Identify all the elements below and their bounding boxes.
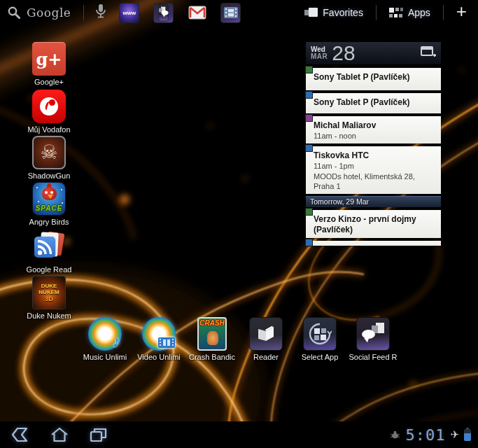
app-label: Crash Bandic xyxy=(185,353,239,361)
back-icon xyxy=(10,426,31,444)
apps-label: Apps xyxy=(408,7,430,18)
app-reader[interactable]: Reader xyxy=(239,317,293,361)
app-music-unlimited[interactable]: ♪ Music Unlimi xyxy=(78,317,132,361)
event-time: 11am - 1pm xyxy=(314,161,437,171)
google-search-widget[interactable]: Google xyxy=(0,6,78,20)
event-color-marker xyxy=(305,144,313,152)
social-feed-shortcut[interactable] xyxy=(153,3,174,23)
search-icon xyxy=(7,6,21,20)
divider xyxy=(443,5,444,20)
calendar-month: MAR xyxy=(311,53,328,61)
favorites-button[interactable]: Favorites xyxy=(297,7,370,18)
system-bar: 5:01 ✈ xyxy=(0,421,478,448)
apps-button[interactable]: Apps xyxy=(382,7,437,18)
select-app-icon xyxy=(303,317,337,351)
app-social-feed-reader[interactable]: Social Feed R xyxy=(346,317,400,361)
duke-nukem-icon: DUKE NUKEM 3D xyxy=(32,276,66,309)
event-title: Sony Tablet P (Pavlíček) xyxy=(314,97,437,108)
app-label: Duke Nukem xyxy=(22,312,76,320)
rss-icon xyxy=(32,230,66,263)
calendar-event[interactable]: Tiskovka HTC 11am - 1pm MOODs hotel, Kli… xyxy=(306,146,441,194)
calendar-event[interactable]: Michal Maliarov 11am - noon xyxy=(306,116,441,144)
video-unlimited-icon xyxy=(142,317,176,351)
app-google-plus[interactable]: g+ Google+ xyxy=(22,42,76,86)
video-player-shortcut[interactable] xyxy=(220,3,241,23)
app-label: Reader xyxy=(239,353,293,361)
book-icon xyxy=(249,317,283,351)
google-plus-icon: g+ xyxy=(32,42,66,76)
app-label: Google+ xyxy=(22,78,76,86)
divider xyxy=(83,5,84,20)
app-shadowgun[interactable]: ☠ ShadowGun xyxy=(22,136,76,180)
divider xyxy=(376,5,377,20)
event-color-marker xyxy=(305,208,313,216)
gmail-envelope-icon xyxy=(188,6,206,20)
event-color-marker xyxy=(305,114,313,122)
clock: 5:01 xyxy=(405,426,445,444)
speech-bubble-icon xyxy=(159,4,169,22)
app-label: Video Unlimi xyxy=(132,353,186,361)
add-widget-button[interactable]: + xyxy=(449,1,478,25)
favorites-icon xyxy=(304,8,318,18)
vodafone-icon xyxy=(32,90,66,123)
calendar-event[interactable]: Verzo Kinzo - první dojmy (Pavlíček) xyxy=(306,210,441,238)
app-label: Můj Vodafon xyxy=(22,125,76,134)
event-color-marker xyxy=(305,239,313,246)
filmstrip-icon xyxy=(224,7,238,18)
recent-apps-icon xyxy=(88,426,109,444)
app-label: ShadowGun xyxy=(22,172,76,180)
home-screen: Google www xyxy=(0,0,478,448)
event-title: Verzo Kinzo - první dojmy (Pavlíček) xyxy=(314,214,437,235)
app-google-reader[interactable]: Google Read xyxy=(22,230,76,274)
event-title: Tiskovka HTC xyxy=(314,150,437,161)
microphone-icon xyxy=(95,4,106,19)
app-angry-birds[interactable]: SPACE Angry Birds xyxy=(22,182,76,226)
app-video-unlimited[interactable]: Video Unlimi xyxy=(132,317,186,361)
calendar-day-number: 28 xyxy=(332,43,355,64)
apps-grid-icon xyxy=(389,8,403,18)
calendar-event-overflow[interactable] xyxy=(306,241,441,246)
event-title: Sony Tablet P (Pavlíček) xyxy=(314,72,437,83)
recent-apps-button[interactable] xyxy=(88,426,109,444)
home-button[interactable] xyxy=(49,426,70,444)
app-muj-vodafon[interactable]: Můj Vodafon xyxy=(22,90,76,134)
calendar-event[interactable]: Sony Tablet P (Pavlíček) xyxy=(306,93,441,113)
calendar-event[interactable]: Sony Tablet P (Pavlíček) xyxy=(306,68,441,90)
skull-icon: ☠ xyxy=(32,136,66,169)
calendar-day-separator: Tomorrow, 29 Mar xyxy=(306,196,441,207)
app-crash-bandicoot[interactable]: CRASH Crash Bandic xyxy=(185,317,239,361)
back-button[interactable] xyxy=(10,426,31,444)
voice-search-button[interactable] xyxy=(90,4,112,22)
event-color-marker xyxy=(305,91,313,99)
add-event-button[interactable] xyxy=(421,46,436,61)
globe-icon: www xyxy=(123,10,136,16)
angry-birds-icon: SPACE xyxy=(32,182,66,216)
usb-debugging-bug-icon xyxy=(390,430,400,440)
app-select-app[interactable]: Select App xyxy=(293,317,347,361)
social-feed-reader-icon xyxy=(356,317,390,351)
calendar-widget: Wed MAR 28 Sony Tablet P (Pavlíček) Sony… xyxy=(306,42,441,246)
calendar-header[interactable]: Wed MAR 28 xyxy=(306,42,441,65)
airplane-mode-icon: ✈ xyxy=(450,428,459,441)
app-label: Angry Birds xyxy=(22,218,76,226)
gmail-shortcut[interactable] xyxy=(188,4,206,22)
home-icon xyxy=(49,426,70,444)
event-color-marker xyxy=(305,66,313,74)
browser-shortcut[interactable]: www xyxy=(119,3,139,23)
app-label: Social Feed R xyxy=(346,353,400,361)
music-unlimited-icon: ♪ xyxy=(88,317,122,351)
event-title: Michal Maliarov xyxy=(314,120,437,131)
event-location: MOODs hotel, Klimentská 28, Praha 1 xyxy=(314,172,437,192)
event-time: 11am - noon xyxy=(314,131,437,141)
battery-icon xyxy=(464,429,471,441)
status-tray[interactable]: 5:01 ✈ xyxy=(390,426,478,444)
google-logo: Google xyxy=(27,6,71,20)
app-label: Music Unlimi xyxy=(78,353,132,361)
crash-bandicoot-icon: CRASH xyxy=(197,317,227,351)
favorites-label: Favorites xyxy=(323,7,363,18)
app-label: Select App xyxy=(293,353,347,361)
action-bar: Google www xyxy=(0,0,478,25)
app-duke-nukem[interactable]: DUKE NUKEM 3D Duke Nukem xyxy=(22,276,76,320)
app-label: Google Read xyxy=(22,265,76,274)
calendar-add-icon xyxy=(421,46,436,58)
